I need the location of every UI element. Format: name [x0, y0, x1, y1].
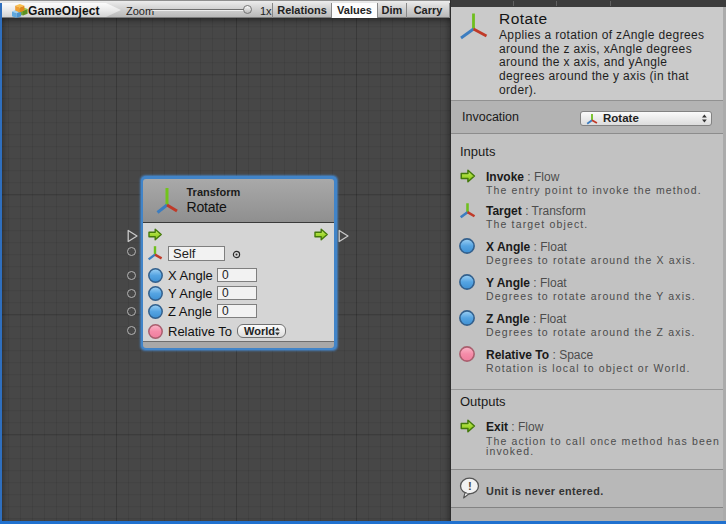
svg-text:!: ! [468, 480, 472, 492]
